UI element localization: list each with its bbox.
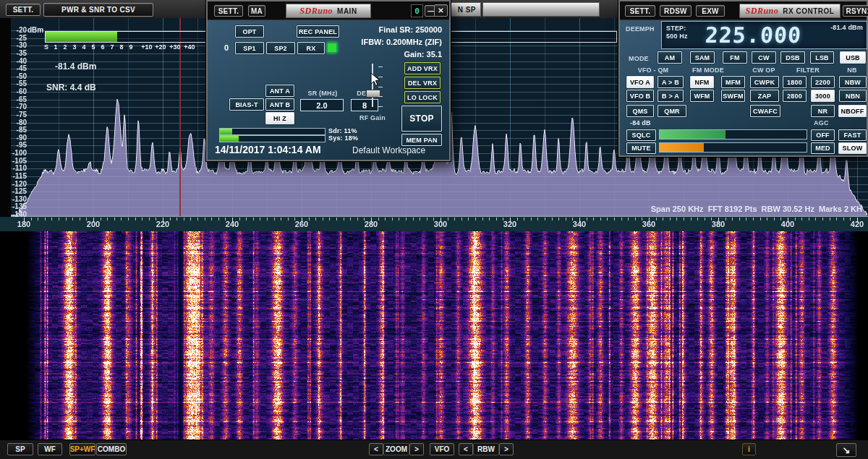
mode-usb[interactable]: USB xyxy=(840,51,866,64)
ifbw-readout: IFBW: 0.200MHz (ZIF) xyxy=(361,38,442,46)
rx-nbw[interactable]: NBW xyxy=(839,76,867,88)
zoom-label: ZOOM xyxy=(383,443,409,455)
rx-button[interactable]: RX xyxy=(297,42,325,54)
freq-tick-label: 240 xyxy=(216,220,248,228)
rx-nfm[interactable]: NFM xyxy=(690,76,714,88)
zoom-in-button[interactable]: > xyxy=(409,443,424,455)
sp-settings-button[interactable]: SETT. xyxy=(6,4,41,16)
rx-3000[interactable]: 3000 xyxy=(811,90,835,102)
sp-window-title-text: N SP xyxy=(458,6,476,14)
hi-z-button[interactable]: HI Z xyxy=(265,112,294,124)
rx-vfo-b[interactable]: VFO B xyxy=(626,90,654,102)
deemph-label: DEEMPH xyxy=(626,25,655,33)
ant-b-button[interactable]: ANT B xyxy=(265,98,294,111)
datetime-display: 14/11/2017 1:04:14 AM xyxy=(215,144,321,155)
freq-tick-label: 300 xyxy=(425,220,456,228)
rbw-up-button[interactable]: > xyxy=(499,443,514,455)
nr-button[interactable]: NR xyxy=(811,105,835,117)
sp1-button[interactable]: SP1 xyxy=(235,42,264,54)
db-tick-label: -115 xyxy=(0,172,27,180)
lo-lock-button[interactable]: LO LOCK xyxy=(404,91,441,103)
freq-tick-label: 380 xyxy=(702,220,734,228)
rdsw-button[interactable]: RDSW xyxy=(660,5,692,17)
volume-bar[interactable] xyxy=(659,142,807,153)
rx-zap[interactable]: ZAP xyxy=(750,90,779,102)
mode-lsb[interactable]: LSB xyxy=(810,51,834,64)
agc-off-button[interactable]: OFF xyxy=(811,129,835,141)
agc-slow-button[interactable]: SLOW xyxy=(838,142,867,154)
rx-2200[interactable]: 2200 xyxy=(811,76,835,88)
group-label: NB xyxy=(841,67,864,74)
bias-t-button[interactable]: BIAS-T xyxy=(229,98,264,111)
exw-button[interactable]: EXW xyxy=(696,5,725,17)
db-tick-label: -45 xyxy=(0,64,27,72)
frequency-display[interactable]: STEP: 500 Hz -81.4 dBm 225.000 xyxy=(661,21,867,49)
sp2-button[interactable]: SP2 xyxy=(266,42,295,54)
qmr-button[interactable]: QMR xyxy=(658,105,686,117)
rx-nbn[interactable]: NBN xyxy=(839,90,867,102)
db-tick-label: -70 xyxy=(0,103,27,111)
rx-2800[interactable]: 2800 xyxy=(783,90,807,102)
agc-fast-button[interactable]: FAST xyxy=(838,129,867,141)
db-tick-label: -100 xyxy=(0,149,27,157)
mode-cw[interactable]: CW xyxy=(752,51,776,64)
rec-panel-button[interactable]: REC PANEL xyxy=(297,25,339,38)
waterfall-canvas[interactable] xyxy=(0,231,868,439)
sdruno-logo-rx: SDRuno xyxy=(746,6,779,17)
mode-sam[interactable]: SAM xyxy=(690,51,715,64)
sqlc-button[interactable]: SQLC xyxy=(626,129,656,141)
sp-view-button[interactable]: SP xyxy=(7,443,33,455)
rx-wfm[interactable]: WFM xyxy=(690,90,714,102)
nboff-button[interactable]: NBOFF xyxy=(838,105,867,117)
rbw-down-button[interactable]: < xyxy=(459,443,473,455)
rx-vfo-a[interactable]: VFO A xyxy=(626,76,654,88)
main-ma-button[interactable]: MA xyxy=(248,5,265,17)
mode-dsb[interactable]: DSB xyxy=(780,51,805,64)
opt-button[interactable]: OPT xyxy=(235,25,264,38)
db-tick-label: -35 xyxy=(0,49,27,57)
agc-med-button[interactable]: MED xyxy=(811,142,835,154)
squelch-bar[interactable] xyxy=(659,129,807,140)
rx-1800[interactable]: 1800 xyxy=(783,76,807,88)
dec-value-field[interactable]: 8 xyxy=(351,99,378,111)
sr-value-field[interactable]: 2.0 xyxy=(300,99,344,111)
del-vrx-button[interactable]: DEL VRX xyxy=(404,77,441,89)
close-button[interactable]: ✕ xyxy=(434,4,448,17)
stop-button[interactable]: STOP xyxy=(401,106,442,132)
mode-am[interactable]: AM xyxy=(658,51,682,64)
sdr-load-label: Sdr: 11% xyxy=(328,127,357,134)
final-sr-readout: Final SR: 250000 xyxy=(379,25,442,34)
rx-title: RX CONTROL xyxy=(783,7,834,15)
resize-grip[interactable]: ↘ xyxy=(836,443,856,457)
add-vrx-button[interactable]: ADD VRX xyxy=(404,62,441,74)
s-meter-fill xyxy=(46,32,117,42)
qms-button[interactable]: QMS xyxy=(626,105,654,117)
info-button[interactable]: i xyxy=(742,443,756,455)
group-label: FILTER xyxy=(792,67,824,74)
rx-settings-button[interactable]: SETT. xyxy=(625,5,655,17)
dbm-unit-label: dBm xyxy=(27,26,43,34)
zoom-out-button[interactable]: < xyxy=(369,443,383,455)
rx-b-a[interactable]: B > A xyxy=(658,90,684,102)
main-settings-button[interactable]: SETT. xyxy=(214,5,243,17)
rx-mfm[interactable]: MFM xyxy=(721,76,745,88)
mode-fm[interactable]: FM xyxy=(723,51,747,64)
pwr-snr-csv-button[interactable]: PWR & SNR TO CSV xyxy=(43,3,153,17)
cwafc-button[interactable]: CWAFC xyxy=(750,105,780,117)
wf-view-button[interactable]: WF xyxy=(38,443,62,455)
vrx-index: 0 xyxy=(224,43,229,52)
mem-pan-button[interactable]: MEM PAN xyxy=(401,134,442,146)
combo-view-button[interactable]: COMBO xyxy=(96,443,127,455)
vfo-button[interactable]: VFO xyxy=(430,443,454,455)
spectrum-status-line: Span 250 KHz FFT 8192 Pts RBW 30.52 Hz M… xyxy=(600,205,862,213)
rx-cwpk[interactable]: CWPK xyxy=(750,76,779,88)
mute-button[interactable]: MUTE xyxy=(626,142,656,154)
sp-wf-view-button[interactable]: SP+WF xyxy=(69,443,95,455)
agc-label: AGC xyxy=(814,119,829,126)
rx-swfm[interactable]: SWFM xyxy=(721,90,745,102)
db-tick-label: -140 xyxy=(0,210,27,218)
rsyn1-button[interactable]: RSYN1 xyxy=(843,5,868,17)
ant-a-button[interactable]: ANT A xyxy=(265,85,294,97)
rx-a-b[interactable]: A > B xyxy=(658,76,684,88)
db-tick-label: -80 xyxy=(0,119,27,126)
